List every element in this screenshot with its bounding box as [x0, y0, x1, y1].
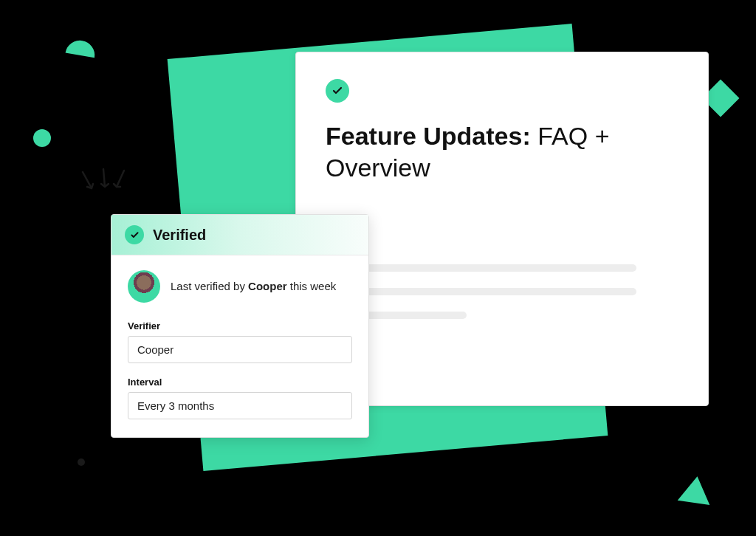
verifier-input[interactable] — [128, 336, 352, 363]
document-title-bold: Feature Updates: — [326, 122, 531, 150]
verified-body: Last verified by Cooper this week Verifi… — [111, 255, 368, 437]
deco-small-dot — [78, 458, 85, 466]
verified-by-name: Cooper — [248, 280, 287, 292]
verified-by-prefix: Last verified by — [171, 280, 248, 292]
check-icon — [125, 225, 144, 244]
verified-panel: Verified Last verified by Cooper this we… — [111, 214, 369, 438]
verifier-label: Verifier — [128, 320, 352, 331]
avatar — [128, 270, 160, 303]
deco-arrows — [74, 166, 140, 218]
verified-header: Verified — [111, 215, 368, 255]
deco-triangle — [678, 474, 714, 505]
document-title: Feature Updates: FAQ + Overview — [326, 120, 678, 183]
verified-by-suffix: this week — [287, 280, 337, 292]
interval-label: Interval — [128, 377, 352, 388]
deco-dot — [33, 129, 51, 147]
placeholder-line — [326, 288, 636, 295]
verified-by-text: Last verified by Cooper this week — [171, 279, 336, 294]
placeholder-line — [326, 264, 636, 272]
verified-title: Verified — [153, 227, 206, 244]
check-icon — [326, 79, 349, 103]
interval-input[interactable] — [128, 392, 352, 419]
verified-by-row: Last verified by Cooper this week — [128, 270, 352, 303]
deco-halfcircle — [66, 38, 97, 58]
